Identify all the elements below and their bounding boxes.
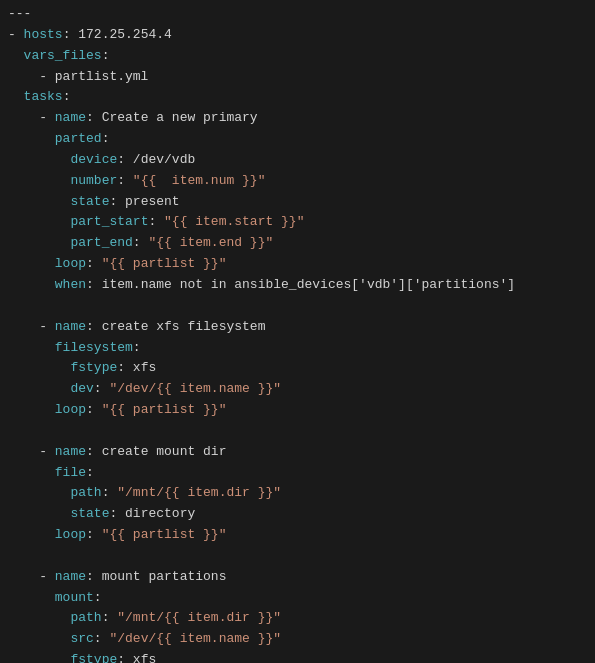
code-line: state: directory xyxy=(0,504,595,525)
code-line: when: item.name not in ansible_devices['… xyxy=(0,275,595,296)
code-line: device: /dev/vdb xyxy=(0,150,595,171)
code-editor: ---- hosts: 172.25.254.4 vars_files: - p… xyxy=(0,0,595,663)
code-line xyxy=(0,296,595,317)
code-line: - name: create xfs filesystem xyxy=(0,317,595,338)
code-line: parted: xyxy=(0,129,595,150)
code-line: fstype: xfs xyxy=(0,358,595,379)
code-line: --- xyxy=(0,4,595,25)
code-content: ---- hosts: 172.25.254.4 vars_files: - p… xyxy=(0,4,595,663)
code-line: loop: "{{ partlist }}" xyxy=(0,525,595,546)
code-line: part_start: "{{ item.start }}" xyxy=(0,212,595,233)
code-line xyxy=(0,546,595,567)
code-line: state: present xyxy=(0,192,595,213)
code-line: path: "/mnt/{{ item.dir }}" xyxy=(0,608,595,629)
code-line: dev: "/dev/{{ item.name }}" xyxy=(0,379,595,400)
code-line: number: "{{ item.num }}" xyxy=(0,171,595,192)
code-line: file: xyxy=(0,463,595,484)
code-line: part_end: "{{ item.end }}" xyxy=(0,233,595,254)
code-line: mount: xyxy=(0,588,595,609)
code-line: - hosts: 172.25.254.4 xyxy=(0,25,595,46)
code-line: vars_files: xyxy=(0,46,595,67)
code-line: path: "/mnt/{{ item.dir }}" xyxy=(0,483,595,504)
code-line: - name: mount partations xyxy=(0,567,595,588)
code-line: fstype: xfs xyxy=(0,650,595,663)
code-line: filesystem: xyxy=(0,338,595,359)
code-line: loop: "{{ partlist }}" xyxy=(0,400,595,421)
code-line: tasks: xyxy=(0,87,595,108)
code-line: src: "/dev/{{ item.name }}" xyxy=(0,629,595,650)
code-line: - partlist.yml xyxy=(0,67,595,88)
code-line: - name: Create a new primary xyxy=(0,108,595,129)
code-line xyxy=(0,421,595,442)
code-line: loop: "{{ partlist }}" xyxy=(0,254,595,275)
code-line: - name: create mount dir xyxy=(0,442,595,463)
